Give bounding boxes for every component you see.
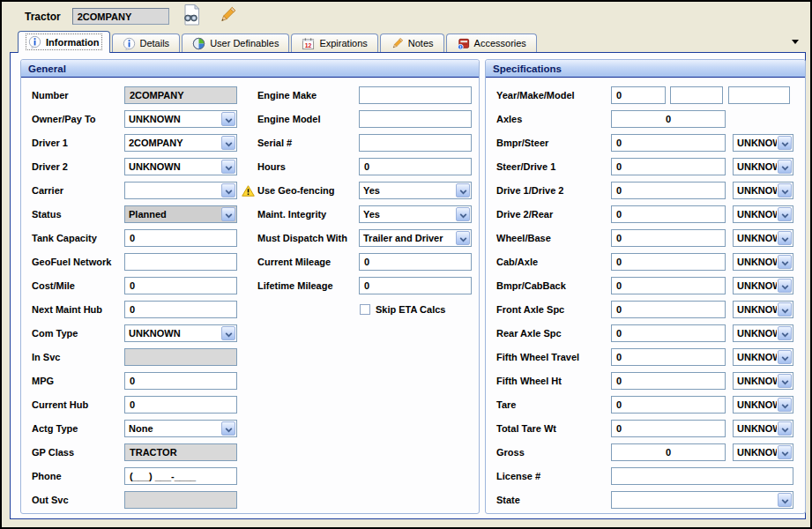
next-maint-hub-input[interactable]: 0 <box>124 301 237 318</box>
steer-drive-1-combo[interactable]: UNKNOW <box>733 158 793 175</box>
tab-accessories[interactable]: Accessories <box>446 34 537 52</box>
axles-input[interactable]: 0 <box>611 110 726 128</box>
bmpr-steer-combo[interactable]: UNKNOW <box>733 134 793 152</box>
cab-axle-combo[interactable]: UNKNOW <box>733 253 793 271</box>
hours-input[interactable]: 0 <box>359 158 472 175</box>
fifth-wheel-ht-combo[interactable]: UNKNOW <box>733 372 793 390</box>
mpg-input[interactable]: 0 <box>124 372 237 390</box>
wheel-base-combo-button[interactable] <box>778 231 792 245</box>
maint-integrity-combo-button[interactable] <box>456 207 470 221</box>
driver-2-combo[interactable]: UNKNOWN <box>124 158 237 175</box>
rear-axle-spc-value: 0 <box>616 328 622 339</box>
use-geo-fencing-combo-button[interactable] <box>456 183 470 197</box>
serial-input[interactable] <box>359 134 472 152</box>
year-make-model-1-input[interactable]: 0 <box>611 86 666 104</box>
engine-make-input[interactable] <box>359 86 472 104</box>
bmpr-steer-input[interactable]: 0 <box>611 134 726 152</box>
year-make-model-3-input[interactable] <box>728 86 790 104</box>
actg-type-combo-value: None <box>125 421 220 436</box>
tare-combo[interactable]: UNKNOW <box>733 396 793 414</box>
rear-axle-spc-input[interactable]: 0 <box>611 324 726 342</box>
tab-expirations[interactable]: 12Expirations <box>291 34 377 52</box>
tab-details[interactable]: Details <box>112 34 181 52</box>
status-combo[interactable]: Planned <box>124 205 237 223</box>
state-combo[interactable] <box>611 491 793 509</box>
wheel-base-input[interactable]: 0 <box>611 229 726 247</box>
bmpr-cabback-combo[interactable]: UNKNOW <box>733 277 793 294</box>
bmpr-cabback-combo-button[interactable] <box>778 279 792 293</box>
total-tare-wt-value: 0 <box>616 423 622 434</box>
fifth-wheel-travel-combo-button[interactable] <box>778 350 792 364</box>
status-combo-button[interactable] <box>221 207 235 221</box>
front-axle-spc-combo[interactable]: UNKNOW <box>733 301 793 318</box>
fifth-wheel-travel-combo[interactable]: UNKNOW <box>733 348 793 366</box>
lifetime-mileage-input[interactable]: 0 <box>359 277 472 294</box>
fifth-wheel-ht-input[interactable]: 0 <box>611 372 726 390</box>
driver-1-combo[interactable]: 2COMPANY <box>124 134 237 152</box>
carrier-combo[interactable] <box>124 182 237 199</box>
com-type-combo[interactable]: UNKNOWN <box>124 324 237 342</box>
drive-1-drive-2-input[interactable]: 0 <box>611 182 726 199</box>
drive-1-drive-2-combo-button[interactable] <box>778 183 792 197</box>
gross-combo-button[interactable] <box>778 445 792 459</box>
cab-axle-input[interactable]: 0 <box>611 253 726 271</box>
drive-2-rear-combo[interactable]: UNKNOW <box>733 205 793 223</box>
cab-axle-combo-button[interactable] <box>778 255 792 269</box>
actg-type-combo-button[interactable] <box>221 421 235 436</box>
gross-input[interactable]: 0 <box>611 443 726 461</box>
current-hub-input[interactable]: 0 <box>124 396 237 414</box>
tab-user-definables[interactable]: User Definables <box>182 34 289 52</box>
must-dispatch-with-combo[interactable]: Trailer and Driver <box>359 229 472 247</box>
tab-notes[interactable]: Notes <box>380 34 444 52</box>
form-row: Cost/Mile0 <box>32 273 237 297</box>
front-axle-spc-input[interactable]: 0 <box>611 301 726 318</box>
tractor-id-field[interactable]: 2COMPANY <box>72 8 169 25</box>
fifth-wheel-ht-combo-button[interactable] <box>778 374 792 388</box>
owner-pay-to-combo-button[interactable] <box>221 112 235 126</box>
tab-information[interactable]: Information <box>18 31 110 53</box>
tare-combo-button[interactable] <box>778 398 792 412</box>
drive-2-rear-combo-button[interactable] <box>778 207 792 221</box>
driver-2-combo-button[interactable] <box>221 160 235 174</box>
axles-label: Axles <box>496 114 611 124</box>
total-tare-wt-input[interactable]: 0 <box>611 420 726 437</box>
form-row: License # <box>496 464 793 488</box>
tab-list-dropdown-button[interactable] <box>789 37 801 46</box>
fifth-wheel-travel-input[interactable]: 0 <box>611 348 726 366</box>
phone-input[interactable]: (___) ___-____ <box>124 467 237 485</box>
gross-combo[interactable]: UNKNOW <box>733 443 793 461</box>
tare-input[interactable]: 0 <box>611 396 726 414</box>
edit-tractor-button[interactable] <box>215 4 240 29</box>
rear-axle-spc-combo-button[interactable] <box>778 326 792 340</box>
front-axle-spc-combo-button[interactable] <box>778 302 792 317</box>
total-tare-wt-combo-button[interactable] <box>778 421 792 436</box>
bmpr-cabback-input[interactable]: 0 <box>611 277 726 294</box>
use-geo-fencing-combo[interactable]: Yes <box>359 182 472 199</box>
tank-capacity-input[interactable]: 0 <box>124 229 237 247</box>
engine-model-input[interactable] <box>359 110 472 128</box>
find-tractor-button[interactable] <box>180 4 205 29</box>
rear-axle-spc-combo[interactable]: UNKNOW <box>733 324 793 342</box>
steer-drive-1-input[interactable]: 0 <box>611 158 726 175</box>
geofuel-network-input[interactable] <box>124 253 237 271</box>
drive-2-rear-input[interactable]: 0 <box>611 205 726 223</box>
license-input[interactable] <box>611 467 793 485</box>
total-tare-wt-combo[interactable]: UNKNOW <box>733 420 793 437</box>
maint-integrity-combo[interactable]: Yes <box>359 205 472 223</box>
carrier-combo-button[interactable] <box>221 183 235 197</box>
wheel-base-combo[interactable]: UNKNOW <box>733 229 793 247</box>
drive-1-drive-2-label: Drive 1/Drive 2 <box>496 185 611 196</box>
year-make-model-2-input[interactable] <box>670 86 723 104</box>
must-dispatch-with-combo-button[interactable] <box>456 231 470 245</box>
driver-1-combo-button[interactable] <box>221 136 235 150</box>
state-combo-button[interactable] <box>778 493 792 507</box>
owner-pay-to-combo[interactable]: UNKNOWN <box>124 110 237 128</box>
bmpr-steer-combo-button[interactable] <box>778 136 792 150</box>
skip-eta-calcs-checkbox[interactable] <box>360 304 370 315</box>
actg-type-combo[interactable]: None <box>124 420 237 437</box>
steer-drive-1-combo-button[interactable] <box>778 160 792 174</box>
current-mileage-input[interactable]: 0 <box>359 253 472 271</box>
cost-mile-input[interactable]: 0 <box>124 277 237 294</box>
com-type-combo-button[interactable] <box>221 326 235 340</box>
drive-1-drive-2-combo[interactable]: UNKNOW <box>733 182 793 199</box>
